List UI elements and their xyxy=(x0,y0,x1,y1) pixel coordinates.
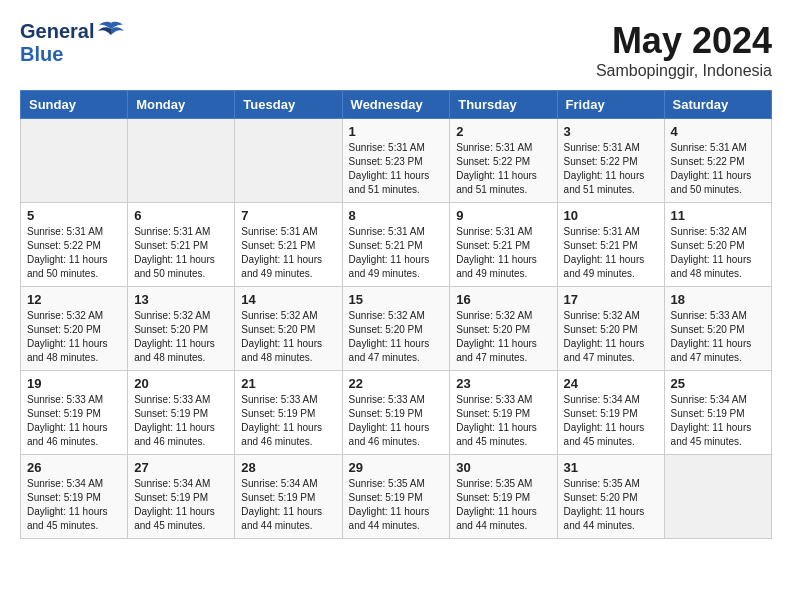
location-title: Sambopinggir, Indonesia xyxy=(596,62,772,80)
day-number: 15 xyxy=(349,292,444,307)
logo-general: General xyxy=(20,20,94,43)
day-number: 6 xyxy=(134,208,228,223)
page-header: General Blue May 2024 Sambopinggir, Indo… xyxy=(20,20,772,80)
day-number: 9 xyxy=(456,208,550,223)
day-info: Sunrise: 5:31 AMSunset: 5:21 PMDaylight:… xyxy=(241,225,335,281)
day-number: 5 xyxy=(27,208,121,223)
day-number: 28 xyxy=(241,460,335,475)
table-row: 21 Sunrise: 5:33 AMSunset: 5:19 PMDaylig… xyxy=(235,371,342,455)
day-number: 27 xyxy=(134,460,228,475)
day-info: Sunrise: 5:33 AMSunset: 5:19 PMDaylight:… xyxy=(349,393,444,449)
day-number: 25 xyxy=(671,376,765,391)
col-tuesday: Tuesday xyxy=(235,91,342,119)
day-info: Sunrise: 5:31 AMSunset: 5:21 PMDaylight:… xyxy=(564,225,658,281)
day-info: Sunrise: 5:32 AMSunset: 5:20 PMDaylight:… xyxy=(27,309,121,365)
calendar-week-row: 19 Sunrise: 5:33 AMSunset: 5:19 PMDaylig… xyxy=(21,371,772,455)
day-info: Sunrise: 5:33 AMSunset: 5:19 PMDaylight:… xyxy=(241,393,335,449)
table-row: 19 Sunrise: 5:33 AMSunset: 5:19 PMDaylig… xyxy=(21,371,128,455)
day-number: 7 xyxy=(241,208,335,223)
calendar-week-row: 5 Sunrise: 5:31 AMSunset: 5:22 PMDayligh… xyxy=(21,203,772,287)
day-info: Sunrise: 5:34 AMSunset: 5:19 PMDaylight:… xyxy=(27,477,121,533)
month-title: May 2024 xyxy=(596,20,772,62)
day-number: 10 xyxy=(564,208,658,223)
table-row xyxy=(235,119,342,203)
table-row: 31 Sunrise: 5:35 AMSunset: 5:20 PMDaylig… xyxy=(557,455,664,539)
table-row: 16 Sunrise: 5:32 AMSunset: 5:20 PMDaylig… xyxy=(450,287,557,371)
table-row: 10 Sunrise: 5:31 AMSunset: 5:21 PMDaylig… xyxy=(557,203,664,287)
table-row: 1 Sunrise: 5:31 AMSunset: 5:23 PMDayligh… xyxy=(342,119,450,203)
day-number: 31 xyxy=(564,460,658,475)
table-row: 20 Sunrise: 5:33 AMSunset: 5:19 PMDaylig… xyxy=(128,371,235,455)
col-saturday: Saturday xyxy=(664,91,771,119)
table-row: 7 Sunrise: 5:31 AMSunset: 5:21 PMDayligh… xyxy=(235,203,342,287)
day-number: 8 xyxy=(349,208,444,223)
calendar-week-row: 1 Sunrise: 5:31 AMSunset: 5:23 PMDayligh… xyxy=(21,119,772,203)
day-number: 20 xyxy=(134,376,228,391)
day-number: 23 xyxy=(456,376,550,391)
logo: General Blue xyxy=(20,20,125,66)
day-info: Sunrise: 5:31 AMSunset: 5:21 PMDaylight:… xyxy=(349,225,444,281)
table-row: 24 Sunrise: 5:34 AMSunset: 5:19 PMDaylig… xyxy=(557,371,664,455)
day-number: 13 xyxy=(134,292,228,307)
day-number: 2 xyxy=(456,124,550,139)
table-row: 3 Sunrise: 5:31 AMSunset: 5:22 PMDayligh… xyxy=(557,119,664,203)
day-info: Sunrise: 5:34 AMSunset: 5:19 PMDaylight:… xyxy=(134,477,228,533)
day-number: 4 xyxy=(671,124,765,139)
day-info: Sunrise: 5:33 AMSunset: 5:19 PMDaylight:… xyxy=(134,393,228,449)
table-row: 28 Sunrise: 5:34 AMSunset: 5:19 PMDaylig… xyxy=(235,455,342,539)
table-row: 18 Sunrise: 5:33 AMSunset: 5:20 PMDaylig… xyxy=(664,287,771,371)
col-friday: Friday xyxy=(557,91,664,119)
day-number: 14 xyxy=(241,292,335,307)
day-number: 11 xyxy=(671,208,765,223)
day-info: Sunrise: 5:32 AMSunset: 5:20 PMDaylight:… xyxy=(564,309,658,365)
weekday-header-row: Sunday Monday Tuesday Wednesday Thursday… xyxy=(21,91,772,119)
day-info: Sunrise: 5:35 AMSunset: 5:19 PMDaylight:… xyxy=(456,477,550,533)
day-info: Sunrise: 5:32 AMSunset: 5:20 PMDaylight:… xyxy=(349,309,444,365)
calendar-week-row: 26 Sunrise: 5:34 AMSunset: 5:19 PMDaylig… xyxy=(21,455,772,539)
day-number: 16 xyxy=(456,292,550,307)
table-row: 25 Sunrise: 5:34 AMSunset: 5:19 PMDaylig… xyxy=(664,371,771,455)
day-number: 22 xyxy=(349,376,444,391)
table-row: 15 Sunrise: 5:32 AMSunset: 5:20 PMDaylig… xyxy=(342,287,450,371)
table-row xyxy=(21,119,128,203)
table-row xyxy=(664,455,771,539)
day-number: 12 xyxy=(27,292,121,307)
day-number: 1 xyxy=(349,124,444,139)
day-info: Sunrise: 5:34 AMSunset: 5:19 PMDaylight:… xyxy=(671,393,765,449)
day-info: Sunrise: 5:34 AMSunset: 5:19 PMDaylight:… xyxy=(564,393,658,449)
title-block: May 2024 Sambopinggir, Indonesia xyxy=(596,20,772,80)
day-number: 19 xyxy=(27,376,121,391)
day-info: Sunrise: 5:35 AMSunset: 5:20 PMDaylight:… xyxy=(564,477,658,533)
day-number: 29 xyxy=(349,460,444,475)
calendar-table: Sunday Monday Tuesday Wednesday Thursday… xyxy=(20,90,772,539)
table-row: 29 Sunrise: 5:35 AMSunset: 5:19 PMDaylig… xyxy=(342,455,450,539)
col-thursday: Thursday xyxy=(450,91,557,119)
table-row: 27 Sunrise: 5:34 AMSunset: 5:19 PMDaylig… xyxy=(128,455,235,539)
day-number: 24 xyxy=(564,376,658,391)
day-info: Sunrise: 5:33 AMSunset: 5:19 PMDaylight:… xyxy=(27,393,121,449)
day-info: Sunrise: 5:31 AMSunset: 5:21 PMDaylight:… xyxy=(456,225,550,281)
day-number: 18 xyxy=(671,292,765,307)
table-row: 17 Sunrise: 5:32 AMSunset: 5:20 PMDaylig… xyxy=(557,287,664,371)
day-number: 26 xyxy=(27,460,121,475)
table-row: 11 Sunrise: 5:32 AMSunset: 5:20 PMDaylig… xyxy=(664,203,771,287)
table-row: 30 Sunrise: 5:35 AMSunset: 5:19 PMDaylig… xyxy=(450,455,557,539)
day-info: Sunrise: 5:31 AMSunset: 5:23 PMDaylight:… xyxy=(349,141,444,197)
col-monday: Monday xyxy=(128,91,235,119)
table-row: 4 Sunrise: 5:31 AMSunset: 5:22 PMDayligh… xyxy=(664,119,771,203)
table-row: 9 Sunrise: 5:31 AMSunset: 5:21 PMDayligh… xyxy=(450,203,557,287)
table-row xyxy=(128,119,235,203)
table-row: 14 Sunrise: 5:32 AMSunset: 5:20 PMDaylig… xyxy=(235,287,342,371)
day-info: Sunrise: 5:33 AMSunset: 5:19 PMDaylight:… xyxy=(456,393,550,449)
day-info: Sunrise: 5:32 AMSunset: 5:20 PMDaylight:… xyxy=(241,309,335,365)
table-row: 13 Sunrise: 5:32 AMSunset: 5:20 PMDaylig… xyxy=(128,287,235,371)
day-number: 30 xyxy=(456,460,550,475)
day-info: Sunrise: 5:31 AMSunset: 5:21 PMDaylight:… xyxy=(134,225,228,281)
logo-blue: Blue xyxy=(20,43,63,65)
calendar-week-row: 12 Sunrise: 5:32 AMSunset: 5:20 PMDaylig… xyxy=(21,287,772,371)
logo-bird-icon xyxy=(97,21,125,43)
day-info: Sunrise: 5:31 AMSunset: 5:22 PMDaylight:… xyxy=(456,141,550,197)
day-number: 21 xyxy=(241,376,335,391)
day-info: Sunrise: 5:32 AMSunset: 5:20 PMDaylight:… xyxy=(456,309,550,365)
table-row: 6 Sunrise: 5:31 AMSunset: 5:21 PMDayligh… xyxy=(128,203,235,287)
